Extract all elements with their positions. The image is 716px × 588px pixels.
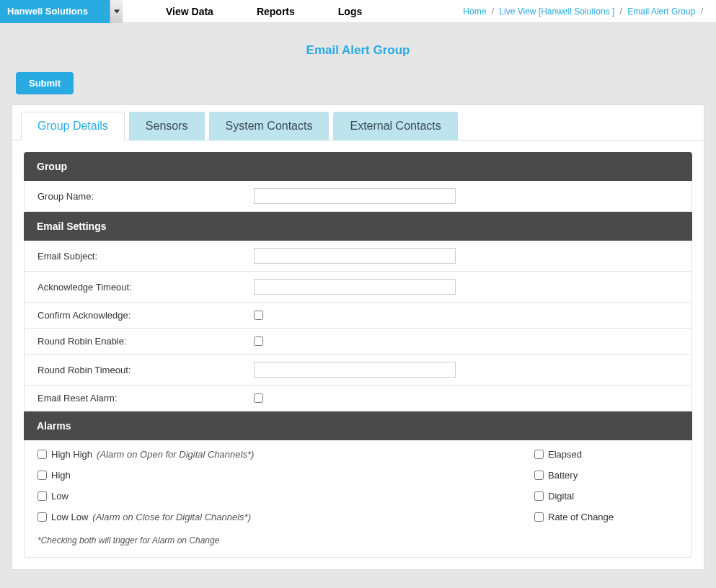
alarm-battery: Battery [534, 470, 679, 481]
input-email-subject[interactable] [254, 248, 456, 264]
checkbox-high[interactable] [37, 471, 47, 480]
alarms-col-left: High High (Alarm on Open for Digital Cha… [37, 449, 254, 522]
section-email-settings: Email Settings Email Subject: Acknowledg… [24, 212, 692, 411]
hint-high-high: (Alarm on Open for Digital Channels*) [97, 449, 254, 460]
brand-label: Hanwell Solutions [7, 6, 88, 17]
row-confirm-ack: Confirm Acknowledge: [24, 303, 692, 329]
input-group-name[interactable] [254, 188, 456, 204]
checkbox-email-reset-alarm[interactable] [254, 393, 263, 403]
section-alarms: Alarms High High (Alarm on Open for Digi… [24, 411, 692, 558]
submit-button[interactable]: Submit [16, 72, 74, 94]
top-bar: Hanwell Solutions View Data Reports Logs… [0, 0, 716, 23]
alarm-high-high: High High (Alarm on Open for Digital Cha… [37, 449, 254, 460]
tab-group-details[interactable]: Group Details [21, 112, 125, 141]
top-nav: View Data Reports Logs [144, 0, 384, 23]
nav-view-data[interactable]: View Data [144, 0, 235, 23]
checkbox-battery[interactable] [534, 471, 544, 480]
page-title: Email Alert Group [0, 23, 716, 72]
breadcrumb: Home / Live View [Hanwell Solutions ] / … [463, 6, 716, 17]
hint-low-low: (Alarm on Close for Digital Channels*) [92, 512, 251, 522]
tab-sensors[interactable]: Sensors [129, 112, 205, 141]
tabs: Group Details Sensors System Contacts Ex… [12, 105, 704, 141]
alarms-grid: High High (Alarm on Open for Digital Cha… [37, 449, 679, 522]
checkbox-digital[interactable] [534, 491, 544, 501]
breadcrumb-sep: / [492, 6, 494, 17]
label-round-robin-enable: Round Robin Enable: [37, 336, 254, 347]
alarms-body: High High (Alarm on Open for Digital Cha… [24, 440, 692, 558]
breadcrumb-sep: / [620, 6, 622, 17]
row-round-robin-timeout: Round Robin Timeout: [24, 355, 692, 386]
input-round-robin-timeout[interactable] [254, 362, 456, 378]
alarm-elapsed: Elapsed [534, 449, 679, 460]
row-email-subject: Email Subject: [24, 241, 692, 272]
label-high-high: High High [51, 449, 92, 460]
row-email-reset-alarm: Email Reset Alarm: [24, 386, 692, 411]
label-email-subject: Email Subject: [37, 251, 254, 262]
row-group-name: Group Name: [24, 181, 692, 212]
label-email-reset-alarm: Email Reset Alarm: [37, 393, 254, 404]
alarm-high: High [37, 470, 254, 481]
label-elapsed: Elapsed [548, 449, 582, 460]
tab-external-contacts[interactable]: External Contacts [333, 112, 457, 141]
label-low: Low [51, 491, 68, 502]
checkbox-confirm-ack[interactable] [254, 311, 263, 320]
checkbox-round-robin-enable[interactable] [254, 337, 263, 346]
label-ack-timeout: Acknowledge Timeout: [37, 282, 254, 293]
checkbox-elapsed[interactable] [534, 450, 544, 459]
label-low-low: Low Low [51, 512, 88, 522]
section-group: Group Group Name: [24, 152, 692, 212]
chevron-down-icon[interactable] [110, 0, 123, 23]
label-round-robin-timeout: Round Robin Timeout: [37, 365, 254, 375]
main-panel: Group Details Sensors System Contacts Ex… [12, 104, 704, 570]
section-header-alarms: Alarms [24, 411, 692, 440]
submit-row: Submit [0, 72, 716, 104]
brand-dropdown[interactable]: Hanwell Solutions [0, 0, 123, 23]
tab-system-contacts[interactable]: System Contacts [209, 112, 330, 141]
input-ack-timeout[interactable] [254, 279, 456, 295]
alarm-low: Low [37, 491, 254, 502]
breadcrumb-current[interactable]: Email Alert Group [627, 6, 695, 17]
breadcrumb-sep: / [701, 6, 703, 17]
alarm-rate: Rate of Change [534, 512, 679, 522]
nav-reports[interactable]: Reports [235, 0, 317, 23]
checkbox-rate[interactable] [534, 512, 544, 522]
row-round-robin-enable: Round Robin Enable: [24, 329, 692, 355]
breadcrumb-home[interactable]: Home [463, 6, 486, 17]
checkbox-low-low[interactable] [37, 512, 47, 522]
label-group-name: Group Name: [37, 191, 254, 202]
label-battery: Battery [548, 470, 578, 481]
alarm-low-low: Low Low (Alarm on Close for Digital Chan… [37, 512, 254, 522]
row-ack-timeout: Acknowledge Timeout: [24, 272, 692, 303]
alarms-col-right: Elapsed Battery Digital Rate of Cha [534, 449, 679, 522]
checkbox-high-high[interactable] [37, 450, 47, 459]
section-header-email: Email Settings [24, 212, 692, 241]
alarm-digital: Digital [534, 491, 679, 502]
section-header-group: Group [24, 152, 692, 181]
alarm-note: *Checking both will trigger for Alarm on… [37, 535, 679, 545]
breadcrumb-live-view[interactable]: Live View [Hanwell Solutions ] [499, 6, 614, 17]
nav-logs[interactable]: Logs [317, 0, 384, 23]
label-rate: Rate of Change [548, 512, 614, 522]
tab-content: Group Group Name: Email Settings Email S… [12, 141, 704, 569]
checkbox-low[interactable] [37, 491, 47, 501]
label-high: High [51, 470, 71, 481]
label-digital: Digital [548, 491, 574, 502]
label-confirm-ack: Confirm Acknowledge: [37, 310, 254, 321]
